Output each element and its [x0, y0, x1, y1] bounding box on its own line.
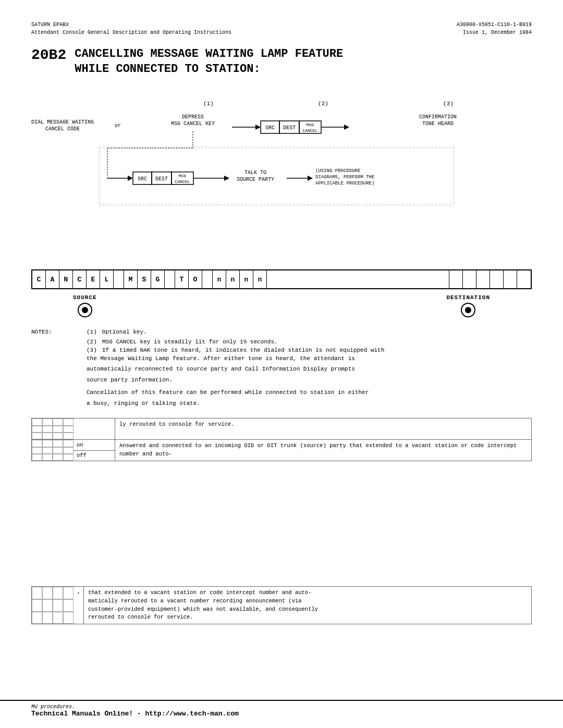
section-title-block: 20B2 CANCELLING MESSAGE WAITING LAMP FEA… — [31, 47, 532, 77]
console-cell-e6 — [504, 270, 517, 288]
lc13 — [32, 440, 42, 447]
lc18 — [42, 447, 53, 454]
page-break-spacer — [31, 472, 532, 586]
svg-marker-18 — [344, 125, 349, 130]
svg-rect-22 — [99, 147, 100, 204]
console-cell-s: S — [138, 270, 151, 288]
table2-desc2: matically rerouted to a vacant number re… — [88, 597, 527, 606]
doc-number: A30808-X5051-C110-1-B919 — [457, 21, 532, 29]
section-number: 20B2 — [31, 47, 66, 63]
console-cell-g: G — [151, 270, 165, 288]
note3-cont2: automatically reconnected to source part… — [87, 365, 532, 374]
dest-circle-icon — [461, 303, 475, 317]
t2lc8 — [63, 599, 74, 612]
lamp-grid-t2 — [32, 587, 74, 624]
svg-text:CANCEL: CANCEL — [175, 179, 190, 184]
lamp-col-1 — [32, 418, 74, 439]
note3-text: If a timed NAK tone is heard, it indicat… — [102, 347, 384, 353]
lc19 — [53, 447, 63, 454]
page-footer: MU procedures. Technical Manuals Online!… — [0, 700, 563, 718]
svg-text:DEST: DEST — [283, 125, 296, 131]
console-cell-e2 — [449, 270, 463, 288]
svg-text:(3): (3) — [443, 101, 454, 107]
t2lc12 — [63, 612, 74, 624]
source-circle-icon — [78, 303, 92, 317]
off-cell: off — [74, 451, 115, 461]
lc17 — [32, 447, 42, 454]
svg-text:(2): (2) — [318, 101, 328, 107]
table2-desc4: rerouted to console for service. — [88, 613, 527, 622]
svg-text:CONFIRMATION: CONFIRMATION — [419, 114, 457, 120]
lc5 — [32, 426, 42, 433]
dot-col: · — [74, 587, 84, 624]
console-cell-e3 — [463, 270, 476, 288]
lc2 — [42, 418, 53, 425]
product-name: SATURN EPABX — [31, 21, 231, 29]
console-cell-l: L — [100, 270, 114, 288]
console-cell-n1: n — [213, 270, 226, 288]
console-cell-t: T — [175, 270, 189, 288]
footer-link: Technical Manuals Online! - http://www.t… — [31, 710, 532, 718]
lc14 — [42, 440, 53, 447]
table-row-2: on off Answered and connected to an inco… — [32, 440, 531, 461]
console-cell-n: N — [59, 270, 73, 288]
dot-symbol: · — [74, 587, 83, 599]
t2lc10 — [42, 612, 53, 624]
svg-text:SRC: SRC — [265, 125, 275, 131]
note3-num: (3) — [87, 347, 99, 353]
lc1 — [32, 418, 42, 425]
console-cell-sp3 — [202, 270, 213, 288]
lc7 — [53, 426, 63, 433]
doc-issue: Issue 1, December 1984 — [457, 29, 532, 36]
console-cell-c2: C — [73, 270, 87, 288]
console-cell-e1 — [267, 270, 449, 288]
svg-text:APPLICABLE PROCEDURE): APPLICABLE PROCEDURE) — [315, 181, 374, 186]
svg-marker-35 — [224, 176, 229, 181]
svg-text:TONE HEARD: TONE HEARD — [422, 121, 454, 127]
svg-text:DIAL MESSAGE WAITING: DIAL MESSAGE WAITING — [31, 119, 94, 125]
console-cell-e4 — [476, 270, 490, 288]
t2lc1 — [32, 587, 42, 599]
header-left: SATURN EPABX Attendant Console General D… — [31, 21, 231, 36]
svg-marker-39 — [308, 176, 313, 181]
table2-desc1: that extended to a vacant station or cod… — [88, 589, 527, 597]
on-off-col-2: on off — [74, 440, 115, 461]
table2-row: · that extended to a vacant station or c… — [32, 587, 531, 624]
lc23 — [53, 454, 63, 461]
svg-text:MSG: MSG — [179, 174, 187, 178]
source-label: SOURCE — [73, 294, 97, 301]
console-cell-a: A — [46, 270, 59, 288]
svg-rect-24 — [99, 204, 454, 205]
console-cell-n3: n — [240, 270, 253, 288]
table2-desc3: customer-provided equipment) which was n… — [88, 606, 527, 614]
on-label: on — [77, 442, 83, 448]
on-cell: on — [74, 440, 115, 451]
flow-diagram: (1) (2) (3) DIAL MESSAGE WAITING CANCEL … — [31, 92, 532, 259]
source-dest-row: SOURCE DESTINATION — [31, 294, 532, 317]
svg-text:MSG CANCEL KEY: MSG CANCEL KEY — [171, 121, 215, 127]
lc3 — [53, 418, 63, 425]
lc22 — [42, 454, 53, 461]
console-display-container: C A N C E L M S G T O n n n n — [31, 269, 532, 289]
console-cell-c: C — [32, 270, 46, 288]
lamp-col-t2 — [32, 587, 74, 624]
svg-marker-26 — [128, 176, 133, 181]
note1-num: (1) — [87, 328, 97, 337]
lc6 — [42, 426, 53, 433]
console-cell-sp1 — [114, 270, 124, 288]
lamp-grid-2 — [32, 440, 74, 461]
console-cell-e: E — [87, 270, 100, 288]
lc16 — [63, 440, 74, 447]
footer-italic: MU procedures. — [31, 704, 532, 710]
desc-col-t2: that extended to a vacant station or cod… — [84, 587, 531, 624]
note3-cont1: the Message Waiting Lamp feature. After … — [87, 354, 532, 363]
page-header: SATURN EPABX Attendant Console General D… — [31, 21, 532, 36]
notes-header: NOTES: — [31, 328, 83, 337]
header-right: A30808-X5051-C110-1-B919 Issue 1, Decemb… — [457, 21, 532, 36]
dest-label: DESTINATION — [446, 294, 490, 301]
lc8 — [63, 426, 74, 433]
svg-text:MSG: MSG — [307, 122, 314, 127]
note3-cont3: source party information. — [87, 376, 532, 385]
console-cell-n4: n — [253, 270, 267, 288]
lc4 — [63, 418, 74, 425]
